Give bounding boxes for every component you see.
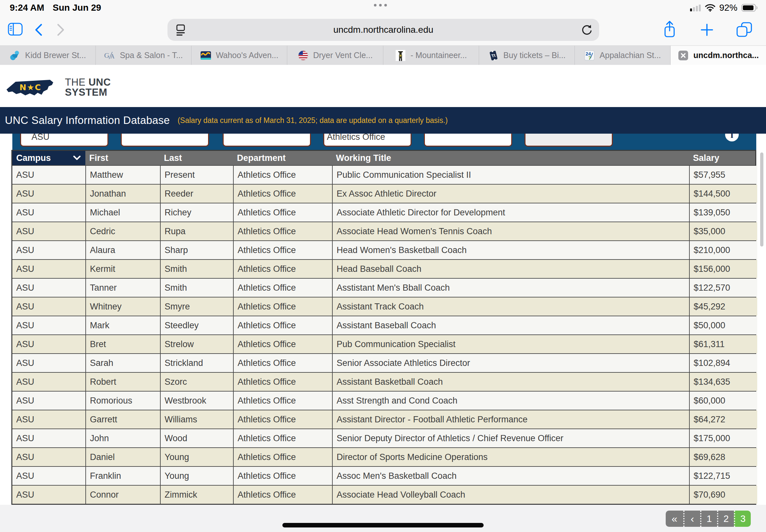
cell-last: Williams xyxy=(160,410,233,429)
url-text: uncdm.northcarolina.edu xyxy=(333,25,433,35)
cell-department: Athletics Office xyxy=(233,260,332,278)
back-button[interactable] xyxy=(34,23,43,36)
cell-salary: $210,000 xyxy=(689,241,757,259)
svg-text:G: G xyxy=(104,51,109,59)
table-row: ASUSarahStricklandAthletics OfficeSenior… xyxy=(12,353,755,372)
tab-label: Buy tickets – Bi... xyxy=(504,51,566,60)
tab-kidd-brewer[interactable]: Kidd Brewer St... xyxy=(0,46,96,65)
cell-working-title: Associate Head Women's Tennis Coach xyxy=(332,222,689,240)
tab-buy-tickets[interactable]: Tt Buy tickets – Bi... xyxy=(479,46,575,65)
cell-working-title: Assistant Basketball Coach xyxy=(332,373,689,391)
tab-label: Kidd Brewer St... xyxy=(25,51,86,60)
cell-last: Young xyxy=(160,448,233,466)
tab-label: Spa & Salon - T... xyxy=(120,51,183,60)
cell-campus: ASU xyxy=(12,467,85,485)
cell-first: Sarah xyxy=(85,354,160,372)
tabs-overview-button[interactable] xyxy=(736,22,752,37)
cell-salary: $45,292 xyxy=(689,297,757,316)
cell-first: Garrett xyxy=(85,410,160,429)
cell-campus: ASU xyxy=(12,410,85,429)
cell-salary: $60,000 xyxy=(689,392,757,410)
cell-campus: ASU xyxy=(12,354,85,372)
table-row: ASUMichaelRicheyAthletics OfficeAssociat… xyxy=(12,203,755,222)
cell-last: Westbrook xyxy=(160,392,233,410)
wifi-icon xyxy=(705,4,715,12)
table-row: ASUJohnWoodAthletics OfficeSenior Deputy… xyxy=(12,429,755,447)
cell-last: Smyre xyxy=(160,297,233,316)
cell-department: Athletics Office xyxy=(233,185,332,203)
reload-icon[interactable] xyxy=(581,24,593,36)
pagination-first-button[interactable]: « xyxy=(666,511,683,527)
cell-first: Bret xyxy=(85,335,160,353)
svg-text:7: 7 xyxy=(589,55,591,61)
cell-salary: $122,570 xyxy=(689,279,757,297)
table-header-row: Campus First Last Department Working Tit… xyxy=(12,151,755,165)
cell-first: Franklin xyxy=(85,467,160,485)
cell-last: Smith xyxy=(160,279,233,297)
tab-spa-salon[interactable]: G A Spa & Salon - T... xyxy=(96,46,191,65)
column-header-salary[interactable]: Salary xyxy=(689,151,757,165)
cell-working-title: Associate Head Volleyball Coach xyxy=(332,486,689,504)
address-bar[interactable]: uncdm.northcarolina.edu xyxy=(167,19,599,41)
spa-monogram-icon: G A xyxy=(104,50,115,61)
sidebar-toggle-button[interactable] xyxy=(8,23,23,36)
tab-uncdm-active[interactable]: uncdm.northca... xyxy=(671,46,766,65)
tab-strip: Kidd Brewer St... G A Spa & Salon - T... xyxy=(0,45,766,65)
scrollbar-thumb[interactable] xyxy=(760,152,763,247)
cell-last: Present xyxy=(160,166,233,184)
column-header-working-title[interactable]: Working Title xyxy=(332,151,689,165)
tab-wahoos[interactable]: Wahoo's Adven... xyxy=(191,46,287,65)
tab-mountaineer[interactable]: - Mountaineer... xyxy=(383,46,479,65)
cell-campus: ASU xyxy=(12,297,85,316)
cell-working-title: Senior Associate Athletics Director xyxy=(332,354,689,372)
multitasking-dots-icon[interactable] xyxy=(374,4,387,6)
cell-department: Athletics Office xyxy=(233,373,332,391)
cell-last: Sharp xyxy=(160,241,233,259)
cell-department: Athletics Office xyxy=(233,316,332,334)
tab-dryer-vent[interactable]: Dryer Vent Cle... xyxy=(287,46,383,65)
page-settings-icon[interactable] xyxy=(175,24,186,36)
column-header-last[interactable]: Last xyxy=(160,151,233,165)
svg-text:N★C: N★C xyxy=(19,83,42,92)
svg-text:A: A xyxy=(110,53,115,60)
cell-salary: $175,000 xyxy=(689,429,757,447)
cell-first: Alaura xyxy=(85,241,160,259)
ticket-icon: Tt xyxy=(488,50,499,61)
pagination-prev-button[interactable]: ‹ xyxy=(683,511,700,527)
cell-first: Whitney xyxy=(85,297,160,316)
cell-campus: ASU xyxy=(12,448,85,466)
cell-campus: ASU xyxy=(12,185,85,203)
24-7-icon: 24 7 xyxy=(584,50,595,61)
table-row: ASUCedricRupaAthletics OfficeAssociate H… xyxy=(12,222,755,240)
tab-appalachian[interactable]: 24 7 Appalachian St... xyxy=(575,46,671,65)
new-tab-button[interactable] xyxy=(700,23,713,36)
pagination-page-2[interactable]: 2 xyxy=(717,511,734,527)
cell-working-title: Pub Communication Specialist xyxy=(332,335,689,353)
ipad-screen: 9:24 AM Sun Jun 29 92% xyxy=(0,0,766,532)
pagination-page-1[interactable]: 1 xyxy=(700,511,717,527)
pagination-page-3-active[interactable]: 3 xyxy=(734,511,751,527)
cell-salary: $134,635 xyxy=(689,373,757,391)
chevron-down-icon xyxy=(73,156,81,160)
column-header-campus[interactable]: Campus xyxy=(12,151,85,165)
cell-department: Athletics Office xyxy=(233,279,332,297)
unc-system-logo: N★C THE UNC SYSTEM xyxy=(5,77,111,97)
gamechanger-icon xyxy=(9,50,20,61)
table-row: ASUDanielYoungAthletics OfficeDirector o… xyxy=(12,447,755,466)
cell-department: Athletics Office xyxy=(233,486,332,504)
cell-first: Michael xyxy=(85,203,160,222)
home-indicator[interactable] xyxy=(282,523,484,527)
share-button[interactable] xyxy=(662,20,677,39)
cell-working-title: Head Women's Basketball Coach xyxy=(332,241,689,259)
cell-campus: ASU xyxy=(12,486,85,504)
battery-icon xyxy=(741,4,758,12)
cell-campus: ASU xyxy=(12,241,85,259)
column-header-department[interactable]: Department xyxy=(233,151,332,165)
cell-last: Rupa xyxy=(160,222,233,240)
close-icon[interactable] xyxy=(678,50,689,61)
cell-working-title: Asstistant Men's Bball Coach xyxy=(332,279,689,297)
column-header-first[interactable]: First xyxy=(85,151,160,165)
cell-last: Strelow xyxy=(160,335,233,353)
battery-percent: 92% xyxy=(719,3,737,13)
forward-button[interactable] xyxy=(56,23,66,36)
